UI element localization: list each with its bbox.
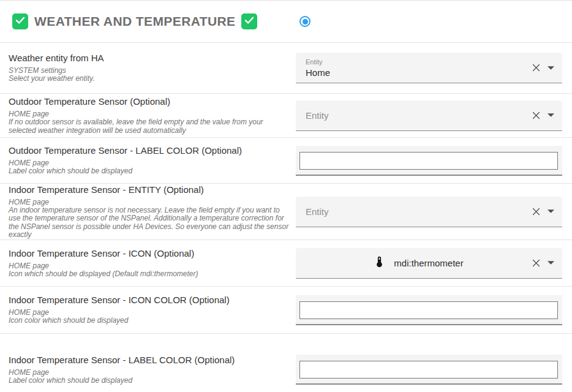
dropdown-caret-icon[interactable] — [548, 113, 554, 117]
select-icons — [531, 110, 554, 121]
setting-input-column: Entity — [296, 94, 562, 137]
clear-icon[interactable] — [531, 110, 541, 121]
setting-input-column: Entity — [296, 184, 562, 239]
setting-row-indoor-entity: Indoor Temperature Sensor - ENTITY (Opti… — [0, 184, 572, 240]
clear-icon[interactable] — [531, 206, 541, 217]
setting-subtitle: SYSTEM settings — [9, 66, 290, 75]
select-content: Entity Home — [306, 58, 531, 78]
setting-row-outdoor-entity: Outdoor Temperature Sensor (Optional) HO… — [0, 94, 572, 138]
setting-description: An indoor temperature sensor is not nece… — [9, 206, 290, 239]
clear-icon[interactable] — [531, 62, 541, 73]
setting-info: Weather entity from HA SYSTEM settings S… — [0, 43, 296, 93]
setting-input-column — [296, 334, 562, 392]
section-header-right — [296, 16, 572, 27]
setting-description: Icon color which should be displayed — [9, 317, 290, 325]
setting-title: Indoor Temperature Sensor - LABEL COLOR … — [9, 355, 290, 365]
setting-row-outdoor-label-color: Outdoor Temperature Sensor - LABEL COLOR… — [0, 138, 572, 184]
setting-info: Indoor Temperature Sensor - ICON (Option… — [0, 240, 296, 286]
select-floating-label: Entity — [306, 58, 531, 66]
settings-panel: WEATHER AND TEMPERATURE Weather entity f… — [0, 0, 572, 392]
select-icons — [531, 62, 554, 73]
setting-info: Outdoor Temperature Sensor - LABEL COLOR… — [0, 138, 296, 183]
setting-row-indoor-label-color: Indoor Temperature Sensor - LABEL COLOR … — [0, 334, 572, 392]
setting-info: Indoor Temperature Sensor - LABEL COLOR … — [0, 334, 296, 392]
select-icons — [531, 206, 554, 217]
setting-title: Weather entity from HA — [9, 53, 290, 63]
indoor-temp-icon-select[interactable]: mdi:thermometer — [296, 248, 562, 279]
section-header-left: WEATHER AND TEMPERATURE — [0, 13, 296, 29]
select-value: Home — [306, 67, 531, 78]
setting-subtitle: HOME page — [9, 262, 290, 270]
setting-title: Indoor Temperature Sensor - ICON (Option… — [9, 248, 290, 258]
indoor-icon-color-input[interactable] — [299, 301, 558, 319]
select-icons — [531, 258, 554, 268]
setting-title: Indoor Temperature Sensor - ICON COLOR (… — [9, 295, 290, 305]
radio-dot-icon — [303, 19, 308, 24]
section-radio-button[interactable] — [299, 16, 310, 27]
textfield-container — [296, 146, 562, 176]
setting-info: Indoor Temperature Sensor - ENTITY (Opti… — [0, 184, 296, 239]
textfield-container — [296, 295, 562, 325]
dropdown-caret-icon[interactable] — [548, 209, 554, 213]
setting-title: Outdoor Temperature Sensor - LABEL COLOR… — [9, 145, 290, 156]
setting-title: Indoor Temperature Sensor - ENTITY (Opti… — [9, 184, 290, 195]
setting-subtitle: HOME page — [9, 159, 290, 167]
dropdown-caret-icon[interactable] — [548, 66, 554, 70]
select-content: Entity — [306, 110, 531, 121]
setting-row-indoor-icon: Indoor Temperature Sensor - ICON (Option… — [0, 240, 572, 287]
setting-description: If no outdoor sensor is available, leave… — [9, 118, 290, 135]
setting-description: Label color which should be displayed — [9, 167, 290, 176]
setting-input-column: Entity Home — [296, 43, 562, 93]
select-content: Entity — [306, 206, 531, 217]
setting-description: Icon which should be displayed (Default … — [9, 270, 290, 279]
setting-row-indoor-icon-color: Indoor Temperature Sensor - ICON COLOR (… — [0, 287, 572, 334]
indoor-label-color-input[interactable] — [299, 361, 558, 379]
setting-input-column — [296, 287, 562, 333]
setting-row-weather-entity: Weather entity from HA SYSTEM settings S… — [0, 43, 572, 94]
section-enable-checkbox[interactable] — [12, 13, 28, 29]
setting-subtitle: HOME page — [9, 198, 290, 206]
setting-info: Indoor Temperature Sensor - ICON COLOR (… — [0, 287, 296, 333]
setting-description: Label color which should be displayed — [9, 377, 290, 385]
setting-subtitle: HOME page — [9, 110, 290, 118]
dropdown-caret-icon[interactable] — [548, 261, 554, 265]
weather-entity-select[interactable]: Entity Home — [296, 53, 562, 83]
thermometer-icon — [373, 255, 386, 271]
select-placeholder: Entity — [306, 110, 531, 121]
textfield-container — [296, 355, 562, 385]
check-icon — [15, 15, 26, 28]
setting-subtitle: HOME page — [9, 308, 290, 317]
clear-icon[interactable] — [531, 258, 541, 268]
setting-input-column: mdi:thermometer — [296, 240, 562, 286]
select-placeholder: Entity — [306, 206, 531, 217]
outdoor-label-color-input[interactable] — [299, 152, 558, 170]
setting-info: Outdoor Temperature Sensor (Optional) HO… — [0, 94, 296, 137]
select-value: mdi:thermometer — [394, 258, 463, 268]
setting-title: Outdoor Temperature Sensor (Optional) — [9, 96, 290, 107]
check-icon — [244, 15, 255, 28]
setting-input-column — [296, 138, 562, 183]
setting-description: Select your weather entity. — [9, 75, 290, 83]
section-header: WEATHER AND TEMPERATURE — [0, 0, 572, 43]
section-title: WEATHER AND TEMPERATURE — [34, 14, 235, 29]
select-content: mdi:thermometer — [306, 255, 531, 271]
section-secondary-checkbox[interactable] — [241, 13, 257, 29]
outdoor-temp-entity-select[interactable]: Entity — [296, 100, 562, 131]
indoor-temp-entity-select[interactable]: Entity — [296, 197, 562, 227]
setting-subtitle: HOME page — [9, 368, 290, 377]
